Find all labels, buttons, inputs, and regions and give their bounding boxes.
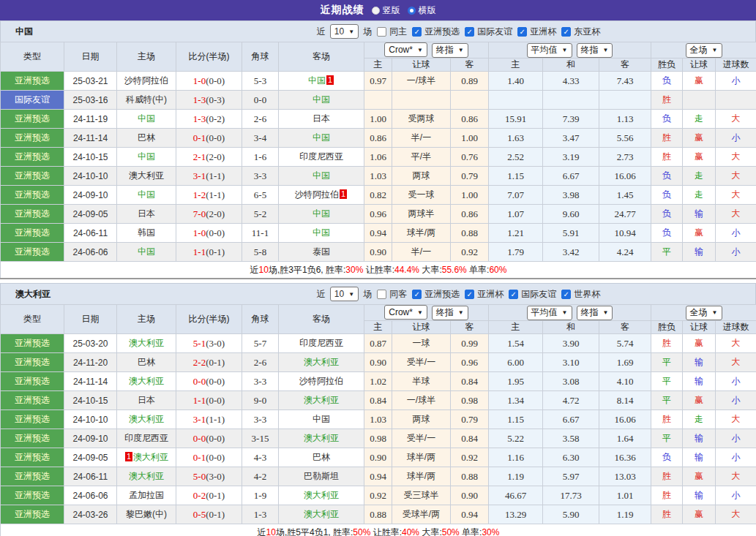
team-name-text: 澳大利亚 bbox=[129, 471, 164, 481]
table-row: 亚洲预选24-10-10澳大利亚3-1(1-1)3-3中国1.03两球0.791… bbox=[1, 410, 756, 429]
halftime-score: (0-0) bbox=[206, 75, 225, 86]
crow-home-odds: 0.94 bbox=[364, 224, 392, 243]
crow-away-odds: 0.92 bbox=[451, 243, 489, 262]
crow-away-odds bbox=[451, 91, 489, 110]
average-odds-group: 平均值▼终指▼ bbox=[489, 42, 651, 58]
crow-handicap: 两球半 bbox=[392, 205, 451, 224]
corner-cell: 5-3 bbox=[242, 72, 279, 91]
corner-cell: 6-5 bbox=[242, 186, 279, 205]
team-name-text: 中国 bbox=[138, 113, 155, 124]
fulltime-score: 0-1 bbox=[193, 452, 206, 463]
horizontal-radio-icon[interactable] bbox=[408, 7, 416, 15]
away-team-cell: 中国 bbox=[279, 167, 364, 186]
team-name-text: 中国 bbox=[312, 208, 330, 219]
summary-segment: 场,胜3平1负6, 胜率: bbox=[269, 265, 345, 275]
halftime-score: (0-1) bbox=[206, 509, 225, 520]
final-odds-select-2[interactable]: 终指▼ bbox=[577, 306, 613, 320]
team-name-text: 日本 bbox=[138, 395, 155, 405]
competition-checkbox-1[interactable]: ✓ bbox=[465, 290, 474, 299]
games-count-select[interactable]: 10▼ bbox=[330, 287, 359, 301]
goals-result-cell: 大 bbox=[716, 334, 756, 353]
crow-handicap: 球半/两 bbox=[392, 448, 451, 467]
competition-checkbox-3[interactable]: ✓ bbox=[561, 290, 571, 299]
goals-result-cell: 大 bbox=[716, 167, 756, 186]
col-header-score: 比分(半场) bbox=[176, 305, 242, 334]
home-team-cell: 澳大利亚 bbox=[117, 467, 176, 486]
avg-home-odds: 1.63 bbox=[489, 129, 543, 148]
competition-checkbox-0[interactable]: ✓ bbox=[412, 27, 422, 37]
score-cell: 1-3(0-2) bbox=[176, 110, 242, 129]
away-team-cell: 中国1 bbox=[279, 72, 364, 91]
away-team-cell: 中国 bbox=[279, 224, 364, 243]
avg-home-odds: 5.22 bbox=[489, 429, 543, 448]
competition-label-3: 世界杯 bbox=[574, 288, 600, 301]
summary-segment: 让胜率: bbox=[370, 527, 402, 536]
games-count-select[interactable]: 10▼ bbox=[330, 24, 359, 39]
competition-checkbox-0[interactable]: ✓ bbox=[412, 290, 422, 299]
full-match-select[interactable]: 全场▼ bbox=[686, 43, 722, 58]
crow-handicap: 受两球 bbox=[392, 110, 451, 129]
final-odds-select[interactable]: 终指▼ bbox=[432, 306, 468, 320]
result-cell: 胜 bbox=[651, 505, 683, 524]
score-cell: 7-0(2-0) bbox=[176, 205, 242, 224]
match-date: 24-09-10 bbox=[64, 429, 117, 448]
chevron-down-icon: ▼ bbox=[603, 47, 609, 53]
same-side-label: 同主 bbox=[389, 26, 407, 38]
page-title: 近期战绩 bbox=[321, 4, 364, 17]
crow-handicap bbox=[392, 91, 451, 110]
same-side-checkbox[interactable] bbox=[377, 27, 386, 37]
full-match-select-value: 全场 bbox=[690, 44, 708, 56]
competition-checkbox-1[interactable]: ✓ bbox=[465, 27, 474, 37]
layout-vertical-option[interactable]: 竖版 bbox=[372, 4, 400, 17]
halftime-score: (0-0) bbox=[206, 376, 225, 387]
section-team-name: 澳大利亚 bbox=[15, 288, 50, 301]
competition-type-cell: 亚洲预选 bbox=[1, 72, 64, 91]
results-table: 类型日期主场比分(半场)角球客场Crow*▼终指▼平均值▼终指▼全场▼主让球客主… bbox=[0, 42, 756, 279]
score-cell: 0-0(0-0) bbox=[176, 429, 242, 448]
odds-company-select[interactable]: Crow*▼ bbox=[384, 305, 427, 320]
average-select[interactable]: 平均值▼ bbox=[527, 43, 572, 58]
full-match-select[interactable]: 全场▼ bbox=[686, 306, 722, 320]
vertical-radio-icon[interactable] bbox=[372, 7, 380, 15]
competition-type-cell: 亚洲预选 bbox=[1, 129, 64, 148]
handicap-result-cell: 输 bbox=[683, 205, 716, 224]
final-odds-select[interactable]: 终指▼ bbox=[432, 43, 468, 58]
goals-result-cell: 小 bbox=[716, 372, 756, 391]
col-header-avg-draw: 和 bbox=[543, 58, 599, 72]
col-header-away: 客场 bbox=[279, 42, 364, 72]
avg-home-odds: 1.16 bbox=[489, 448, 543, 467]
competition-checkbox-2[interactable]: ✓ bbox=[517, 27, 527, 37]
competition-type-cell: 亚洲预选 bbox=[1, 243, 64, 262]
score-cell: 0-2(0-1) bbox=[176, 486, 242, 505]
match-date: 24-10-10 bbox=[64, 410, 117, 429]
full-match-group: 全场▼ bbox=[651, 305, 756, 321]
same-side-checkbox[interactable] bbox=[377, 290, 386, 299]
away-team-cell: 澳大利亚 bbox=[279, 391, 364, 410]
crow-home-odds: 0.96 bbox=[364, 205, 392, 224]
competition-checkbox-3[interactable]: ✓ bbox=[561, 27, 571, 37]
team-name-text: 沙特阿拉伯 bbox=[299, 376, 343, 386]
score-cell: 1-1(0-0) bbox=[176, 391, 242, 410]
crow-away-odds: 0.94 bbox=[451, 505, 489, 524]
col-header-corner: 角球 bbox=[242, 42, 279, 72]
match-date: 24-09-10 bbox=[64, 186, 117, 205]
result-cell: 胜 bbox=[651, 91, 683, 110]
handicap-result-cell: 赢 bbox=[683, 129, 716, 148]
red-card-badge: 1 bbox=[340, 189, 347, 199]
average-select[interactable]: 平均值▼ bbox=[527, 306, 572, 320]
fulltime-score: 0-0 bbox=[193, 376, 206, 387]
summary-segment: 近 bbox=[258, 527, 266, 536]
away-team-cell: 澳大利亚 bbox=[279, 505, 364, 524]
chevron-down-icon: ▼ bbox=[458, 47, 464, 53]
away-team-cell: 澳大利亚 bbox=[279, 429, 364, 448]
crow-home-odds: 0.90 bbox=[364, 243, 392, 262]
avg-home-odds: 2.52 bbox=[489, 148, 543, 167]
goals-result-cell: 小 bbox=[716, 448, 756, 467]
competition-checkbox-2[interactable]: ✓ bbox=[509, 290, 518, 299]
odds-company-select[interactable]: Crow*▼ bbox=[384, 42, 427, 57]
final-odds-select-2[interactable]: 终指▼ bbox=[577, 43, 613, 58]
halftime-score: (0-1) bbox=[206, 246, 225, 257]
match-date: 24-11-20 bbox=[64, 353, 117, 372]
avg-away-odds: 1.19 bbox=[599, 505, 651, 524]
layout-horizontal-option[interactable]: 横版 bbox=[408, 4, 436, 17]
